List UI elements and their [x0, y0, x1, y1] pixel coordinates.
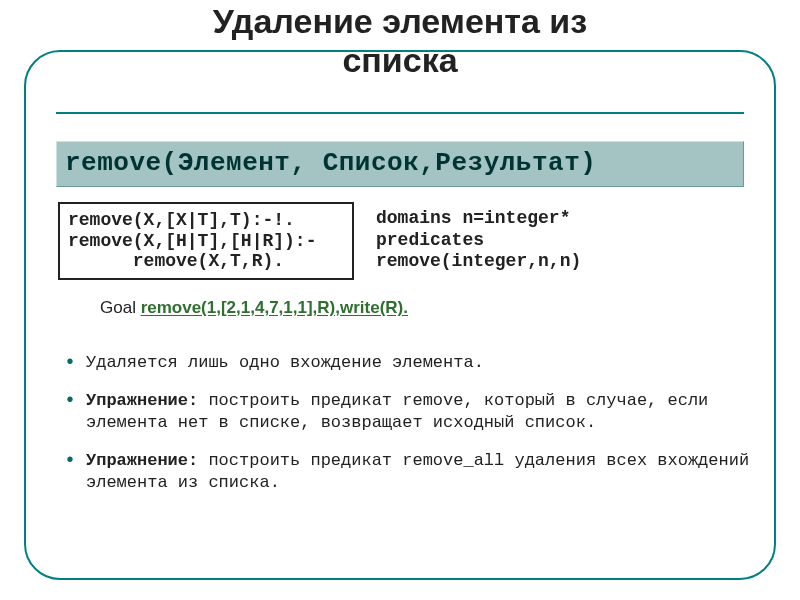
- list-item: Упражнение: построить предикат remove_al…: [58, 450, 758, 494]
- domains-line-1: domains n=integer*: [376, 208, 570, 228]
- code-line-2: remove(X,[H|T],[H|R]):-: [68, 231, 316, 251]
- domains-line-2: predicates: [376, 230, 484, 250]
- title-line-1: Удаление элемента из: [213, 2, 587, 40]
- code-definition-box: remove(X,[X|T],T):-!. remove(X,[H|T],[H|…: [58, 202, 354, 280]
- list-item: Удаляется лишь одно вхождение элемента.: [58, 352, 758, 374]
- goal-line: Goal remove(1,[2,1,4,7,1,1],R),write(R).: [100, 298, 408, 318]
- code-line-3: remove(X,T,R).: [68, 251, 284, 271]
- title-divider: [56, 112, 744, 114]
- code-line-1: remove(X,[X|T],T):-!.: [68, 210, 295, 230]
- goal-label: Goal: [100, 298, 141, 317]
- bullet-3-label: Упражнение:: [86, 451, 198, 470]
- bullet-list: Удаляется лишь одно вхождение элемента. …: [58, 352, 758, 510]
- bullet-2-label: Упражнение:: [86, 391, 198, 410]
- domains-block: domains n=integer* predicates remove(int…: [376, 208, 581, 273]
- domains-line-3: remove(integer,n,n): [376, 251, 581, 271]
- predicate-signature-text: remove(Элемент, Список,Результат): [65, 148, 596, 178]
- list-item: Упражнение: построить предикат remove, к…: [58, 390, 758, 434]
- predicate-signature-bar: remove(Элемент, Список,Результат): [56, 141, 744, 187]
- goal-code: remove(1,[2,1,4,7,1,1],R),write(R).: [141, 298, 408, 317]
- bullet-1-text: Удаляется лишь одно вхождение элемента.: [86, 353, 484, 372]
